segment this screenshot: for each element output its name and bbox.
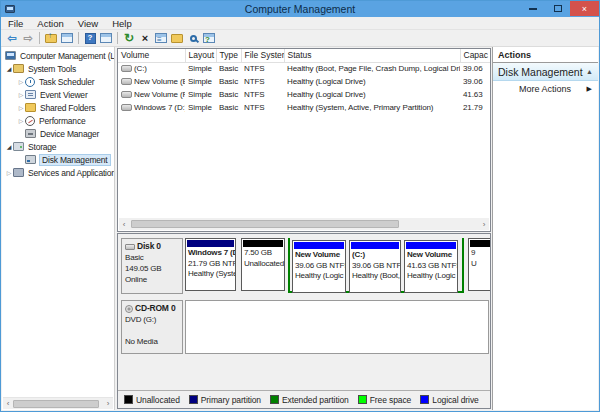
partition-unallocated[interactable]: 7.50 GB Unallocated: [241, 238, 285, 291]
refresh-icon: ↻: [124, 32, 134, 44]
find-button[interactable]: [185, 31, 201, 46]
legend-item-free-space: Free space: [358, 395, 412, 405]
delete-button[interactable]: ×: [137, 31, 153, 46]
column-header-status[interactable]: Status: [284, 49, 460, 62]
computer-icon: [5, 51, 16, 60]
refresh-button[interactable]: ↻: [121, 31, 137, 46]
menu-file[interactable]: File: [1, 18, 30, 29]
unallocated-bar: [243, 240, 283, 247]
menu-help[interactable]: Help: [105, 18, 139, 29]
properties-button[interactable]: ≡: [153, 31, 169, 46]
column-header-volume[interactable]: Volume: [118, 49, 185, 62]
title-bar: Computer Management ×: [1, 1, 599, 17]
collapse-icon[interactable]: ◢: [5, 65, 13, 72]
actions-panel: Actions Disk Management ▲ More Actions ▶: [492, 47, 598, 410]
show-console-tree-button[interactable]: [98, 31, 114, 46]
tree-item-storage[interactable]: ◢ Storage: [2, 140, 114, 153]
console-window-button[interactable]: [59, 31, 75, 46]
tree-item-task-scheduler[interactable]: ▷ Task Scheduler: [2, 75, 114, 88]
partition-new-volume-f[interactable]: New Volume 41.63 GB NTFS Healthy (Logic: [404, 240, 458, 293]
up-one-level-button[interactable]: ↑: [43, 31, 59, 46]
logical-drive-bar: [406, 242, 456, 249]
tree-item-shared-folders[interactable]: ▷ Shared Folders: [2, 101, 114, 114]
tree-item-performance[interactable]: ▷ Performance: [2, 114, 114, 127]
more-actions-item[interactable]: More Actions ▶: [493, 81, 598, 97]
console-tree-panel: Computer Management (Local ◢ System Tool…: [2, 47, 115, 410]
up-folder-icon: ↑: [45, 34, 57, 43]
volume-row-d[interactable]: Windows 7 (D:) Simple Basic NTFS Healthy…: [118, 101, 491, 114]
column-header-capacity[interactable]: Capac: [460, 49, 491, 62]
disk-legend: Unallocated Primary partition Extended p…: [118, 390, 490, 408]
computer-management-window: Computer Management × File Action View H…: [0, 0, 600, 412]
expand-icon[interactable]: ▷: [5, 169, 13, 176]
console-window-icon: [61, 33, 73, 43]
tree-item-device-manager[interactable]: Device Manager: [2, 127, 114, 140]
scroll-right-icon[interactable]: ›: [103, 399, 113, 408]
forward-button[interactable]: ⇨: [20, 31, 36, 46]
tree-item-computer-management[interactable]: Computer Management (Local: [2, 49, 114, 62]
help-topics-button[interactable]: ?: [201, 31, 217, 46]
unallocated-bar: [470, 240, 490, 247]
extended-color-swatch: [270, 395, 279, 404]
partition-unallocated-2[interactable]: 9 U: [468, 238, 490, 291]
column-header-type[interactable]: Type: [216, 49, 241, 62]
back-button[interactable]: ⇦: [4, 31, 20, 46]
logical-color-swatch: [420, 395, 429, 404]
extended-partition-box: New Volume 39.06 GB NTFS Healthy (Logic …: [288, 238, 464, 293]
scroll-left-icon[interactable]: ‹: [119, 220, 129, 229]
partition-windows7[interactable]: Windows 7 (D 21.79 GB NTFS Healthy (Syst…: [185, 238, 236, 291]
scroll-right-icon[interactable]: ›: [479, 220, 489, 229]
delete-icon: ×: [142, 33, 148, 44]
cdrom-label[interactable]: CD-ROM 0 DVD (G:) No Media: [121, 300, 183, 354]
shared-folders-icon: [25, 103, 36, 112]
tree-item-system-tools[interactable]: ◢ System Tools: [2, 62, 114, 75]
main-area: Computer Management (Local ◢ System Tool…: [2, 47, 598, 410]
unallocated-color-swatch: [124, 395, 133, 404]
volume-row-e[interactable]: New Volume (E:) Simple Basic NTFS Health…: [118, 75, 491, 88]
system-tools-icon: [13, 64, 24, 73]
chevron-up-icon[interactable]: ▲: [586, 68, 593, 75]
expand-icon[interactable]: ▷: [17, 117, 25, 124]
volume-row-c[interactable]: (C:) Simple Basic NTFS Healthy (Boot, Pa…: [118, 62, 491, 75]
volume-row-f[interactable]: New Volume (F:) Simple Basic NTFS Health…: [118, 88, 491, 101]
console-tree-icon: [100, 33, 112, 43]
tree-item-event-viewer[interactable]: ▷ Event Viewer: [2, 88, 114, 101]
column-header-file-system[interactable]: File System: [241, 49, 284, 62]
scroll-left-icon[interactable]: ‹: [3, 399, 13, 408]
expand-icon[interactable]: ▷: [17, 104, 25, 111]
tree-horizontal-scrollbar[interactable]: ‹ ›: [3, 397, 113, 409]
help-button[interactable]: ?: [82, 31, 98, 46]
scrollbar-thumb[interactable]: [131, 220, 399, 228]
tree-item-services-and-applications[interactable]: ▷ Services and Applications: [2, 166, 114, 179]
primary-color-swatch: [189, 395, 198, 404]
forward-icon: ⇨: [23, 33, 32, 44]
open-button[interactable]: [169, 31, 185, 46]
legend-item-extended: Extended partition: [270, 395, 349, 405]
drive-icon: [121, 91, 132, 98]
volume-list-horizontal-scrollbar[interactable]: ‹ ›: [119, 218, 489, 230]
legend-item-logical: Logical drive: [420, 395, 478, 405]
logical-drive-bar: [294, 242, 344, 249]
toolbar: ⇦ ⇨ ↑ ? ↻ × ≡ ?: [1, 30, 599, 47]
disk-graph-panel: Disk 0 Basic 149.05 GB Online Windows 7 …: [117, 233, 491, 409]
menu-view[interactable]: View: [71, 18, 105, 29]
cdrom-media-area[interactable]: [185, 300, 489, 354]
tree-item-disk-management[interactable]: Disk Management: [2, 153, 114, 166]
device-manager-icon: [25, 129, 36, 138]
event-viewer-icon: [25, 90, 36, 99]
expand-icon[interactable]: ▷: [17, 91, 25, 98]
scrollbar-thumb[interactable]: [13, 400, 99, 408]
partition-c[interactable]: (C:) 39.06 GB NTFS Healthy (Boot, I: [349, 240, 401, 293]
legend-item-unallocated: Unallocated: [124, 395, 180, 405]
column-header-layout[interactable]: Layout: [185, 49, 216, 62]
partition-new-volume-e[interactable]: New Volume 39.06 GB NTFS Healthy (Logic: [292, 240, 346, 293]
drive-icon: [121, 78, 132, 85]
disk0-label[interactable]: Disk 0 Basic 149.05 GB Online: [121, 238, 183, 294]
collapse-icon[interactable]: ◢: [5, 143, 13, 150]
cd-rom-icon: [125, 305, 133, 313]
menu-bar: File Action View Help: [1, 17, 599, 30]
actions-group-disk-management[interactable]: Disk Management ▲: [493, 63, 598, 81]
expand-icon[interactable]: ▷: [17, 78, 25, 85]
actions-header: Actions: [493, 47, 598, 63]
menu-action[interactable]: Action: [30, 18, 70, 29]
